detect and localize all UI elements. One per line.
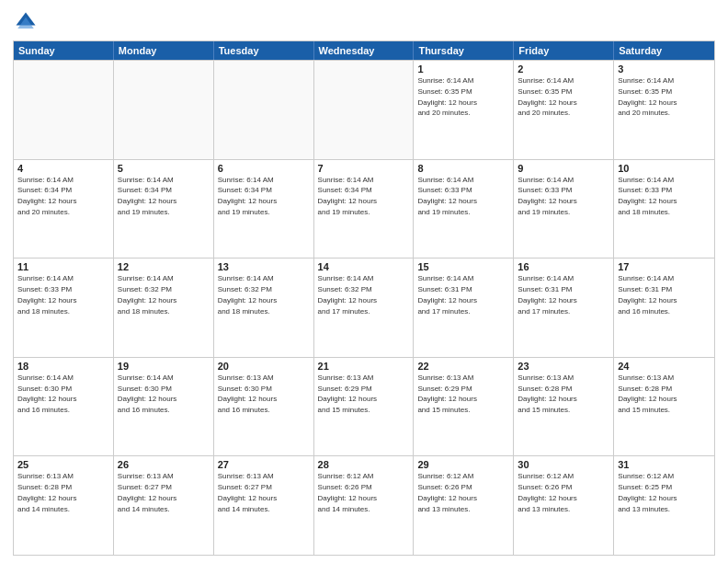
day-number: 21: [318, 361, 410, 372]
cal-cell-day-17: 17Sunrise: 6:14 AM Sunset: 6:31 PM Dayli…: [614, 259, 714, 357]
calendar: SundayMondayTuesdayWednesdayThursdayFrid…: [13, 40, 715, 556]
cal-cell-day-4: 4Sunrise: 6:14 AM Sunset: 6:34 PM Daylig…: [14, 160, 114, 259]
day-number: 1: [417, 63, 509, 75]
cal-cell-day-8: 8Sunrise: 6:14 AM Sunset: 6:33 PM Daylig…: [414, 160, 514, 259]
day-info: Sunrise: 6:14 AM Sunset: 6:34 PM Dayligh…: [17, 176, 76, 216]
cal-cell-day-18: 18Sunrise: 6:14 AM Sunset: 6:30 PM Dayli…: [14, 358, 114, 456]
cal-cell-empty: [214, 61, 314, 159]
cal-cell-day-7: 7Sunrise: 6:14 AM Sunset: 6:34 PM Daylig…: [314, 160, 415, 259]
day-number: 10: [618, 163, 711, 174]
cal-header-cell-friday: Friday: [514, 41, 614, 60]
cal-cell-empty: [314, 61, 415, 159]
day-info: Sunrise: 6:14 AM Sunset: 6:34 PM Dayligh…: [318, 176, 377, 216]
day-number: 6: [218, 163, 310, 174]
day-number: 20: [218, 361, 310, 372]
day-info: Sunrise: 6:12 AM Sunset: 6:26 PM Dayligh…: [318, 472, 377, 512]
cal-week-2: 4Sunrise: 6:14 AM Sunset: 6:34 PM Daylig…: [14, 159, 714, 259]
cal-header-cell-thursday: Thursday: [414, 41, 514, 60]
cal-cell-day-24: 24Sunrise: 6:13 AM Sunset: 6:28 PM Dayli…: [614, 358, 714, 456]
cal-header-cell-tuesday: Tuesday: [214, 41, 314, 60]
calendar-body: 1Sunrise: 6:14 AM Sunset: 6:35 PM Daylig…: [14, 60, 714, 555]
cal-cell-day-13: 13Sunrise: 6:14 AM Sunset: 6:32 PM Dayli…: [214, 259, 314, 357]
day-info: Sunrise: 6:14 AM Sunset: 6:33 PM Dayligh…: [618, 176, 677, 216]
day-number: 26: [118, 459, 210, 470]
day-info: Sunrise: 6:14 AM Sunset: 6:35 PM Dayligh…: [518, 76, 576, 117]
day-info: Sunrise: 6:14 AM Sunset: 6:31 PM Dayligh…: [417, 274, 476, 315]
day-number: 12: [118, 261, 210, 272]
day-number: 30: [518, 459, 609, 470]
day-info: Sunrise: 6:13 AM Sunset: 6:27 PM Dayligh…: [218, 472, 277, 512]
day-info: Sunrise: 6:14 AM Sunset: 6:34 PM Dayligh…: [118, 176, 176, 216]
cal-cell-day-11: 11Sunrise: 6:14 AM Sunset: 6:33 PM Dayli…: [14, 259, 114, 357]
cal-cell-day-9: 9Sunrise: 6:14 AM Sunset: 6:33 PM Daylig…: [514, 160, 614, 259]
cal-cell-empty: [114, 61, 214, 159]
cal-cell-day-1: 1Sunrise: 6:14 AM Sunset: 6:35 PM Daylig…: [414, 61, 514, 159]
day-number: 17: [618, 261, 711, 272]
day-number: 25: [17, 459, 109, 470]
cal-cell-day-27: 27Sunrise: 6:13 AM Sunset: 6:27 PM Dayli…: [214, 456, 314, 555]
cal-cell-day-23: 23Sunrise: 6:13 AM Sunset: 6:28 PM Dayli…: [514, 358, 614, 456]
day-number: 11: [17, 261, 109, 272]
day-info: Sunrise: 6:14 AM Sunset: 6:35 PM Dayligh…: [618, 76, 677, 117]
cal-header-cell-saturday: Saturday: [614, 41, 714, 60]
cal-cell-day-5: 5Sunrise: 6:14 AM Sunset: 6:34 PM Daylig…: [114, 160, 214, 259]
day-info: Sunrise: 6:12 AM Sunset: 6:26 PM Dayligh…: [518, 472, 576, 512]
cal-cell-day-29: 29Sunrise: 6:12 AM Sunset: 6:26 PM Dayli…: [414, 456, 514, 555]
day-info: Sunrise: 6:14 AM Sunset: 6:34 PM Dayligh…: [218, 176, 277, 216]
cal-cell-day-15: 15Sunrise: 6:14 AM Sunset: 6:31 PM Dayli…: [414, 259, 514, 357]
header: [13, 9, 715, 35]
day-info: Sunrise: 6:14 AM Sunset: 6:32 PM Dayligh…: [118, 274, 176, 315]
day-number: 13: [218, 261, 310, 272]
day-number: 29: [417, 459, 509, 470]
cal-header-cell-wednesday: Wednesday: [314, 41, 415, 60]
day-number: 2: [518, 63, 609, 75]
cal-cell-day-21: 21Sunrise: 6:13 AM Sunset: 6:29 PM Dayli…: [314, 358, 415, 456]
cal-header-cell-monday: Monday: [114, 41, 214, 60]
day-number: 4: [17, 163, 109, 174]
cal-cell-day-25: 25Sunrise: 6:13 AM Sunset: 6:28 PM Dayli…: [14, 456, 114, 555]
cal-cell-day-30: 30Sunrise: 6:12 AM Sunset: 6:26 PM Dayli…: [514, 456, 614, 555]
cal-cell-day-19: 19Sunrise: 6:14 AM Sunset: 6:30 PM Dayli…: [114, 358, 214, 456]
day-info: Sunrise: 6:14 AM Sunset: 6:33 PM Dayligh…: [417, 176, 476, 216]
day-info: Sunrise: 6:14 AM Sunset: 6:33 PM Dayligh…: [518, 176, 576, 216]
cal-cell-empty: [14, 61, 114, 159]
day-info: Sunrise: 6:13 AM Sunset: 6:30 PM Dayligh…: [218, 373, 277, 414]
cal-cell-day-16: 16Sunrise: 6:14 AM Sunset: 6:31 PM Dayli…: [514, 259, 614, 357]
cal-cell-day-20: 20Sunrise: 6:13 AM Sunset: 6:30 PM Dayli…: [214, 358, 314, 456]
day-number: 28: [318, 459, 410, 470]
day-info: Sunrise: 6:14 AM Sunset: 6:32 PM Dayligh…: [218, 274, 277, 315]
cal-cell-day-2: 2Sunrise: 6:14 AM Sunset: 6:35 PM Daylig…: [514, 61, 614, 159]
day-info: Sunrise: 6:14 AM Sunset: 6:35 PM Dayligh…: [417, 76, 476, 117]
day-info: Sunrise: 6:13 AM Sunset: 6:29 PM Dayligh…: [318, 373, 377, 414]
page: SundayMondayTuesdayWednesdayThursdayFrid…: [0, 0, 728, 563]
day-info: Sunrise: 6:14 AM Sunset: 6:33 PM Dayligh…: [17, 274, 76, 315]
cal-week-5: 25Sunrise: 6:13 AM Sunset: 6:28 PM Dayli…: [14, 455, 714, 555]
cal-cell-day-10: 10Sunrise: 6:14 AM Sunset: 6:33 PM Dayli…: [614, 160, 714, 259]
cal-cell-day-6: 6Sunrise: 6:14 AM Sunset: 6:34 PM Daylig…: [214, 160, 314, 259]
day-info: Sunrise: 6:14 AM Sunset: 6:30 PM Dayligh…: [118, 373, 176, 414]
cal-header-cell-sunday: Sunday: [14, 41, 114, 60]
cal-cell-day-12: 12Sunrise: 6:14 AM Sunset: 6:32 PM Dayli…: [114, 259, 214, 357]
day-number: 7: [318, 163, 410, 174]
day-number: 22: [417, 361, 509, 372]
logo: [13, 9, 42, 35]
day-info: Sunrise: 6:13 AM Sunset: 6:28 PM Dayligh…: [17, 472, 76, 512]
day-number: 31: [618, 459, 711, 470]
day-number: 18: [17, 361, 109, 372]
day-number: 27: [218, 459, 310, 470]
cal-week-1: 1Sunrise: 6:14 AM Sunset: 6:35 PM Daylig…: [14, 60, 714, 159]
day-number: 16: [518, 261, 609, 272]
day-number: 9: [518, 163, 609, 174]
day-number: 8: [417, 163, 509, 174]
day-info: Sunrise: 6:12 AM Sunset: 6:26 PM Dayligh…: [417, 472, 476, 512]
day-number: 15: [417, 261, 509, 272]
day-info: Sunrise: 6:13 AM Sunset: 6:29 PM Dayligh…: [417, 373, 476, 414]
day-info: Sunrise: 6:13 AM Sunset: 6:27 PM Dayligh…: [118, 472, 176, 512]
day-info: Sunrise: 6:13 AM Sunset: 6:28 PM Dayligh…: [618, 373, 677, 414]
day-info: Sunrise: 6:12 AM Sunset: 6:25 PM Dayligh…: [618, 472, 677, 512]
calendar-header: SundayMondayTuesdayWednesdayThursdayFrid…: [14, 41, 714, 60]
day-number: 23: [518, 361, 609, 372]
day-number: 14: [318, 261, 410, 272]
cal-cell-day-31: 31Sunrise: 6:12 AM Sunset: 6:25 PM Dayli…: [614, 456, 714, 555]
day-number: 24: [618, 361, 711, 372]
